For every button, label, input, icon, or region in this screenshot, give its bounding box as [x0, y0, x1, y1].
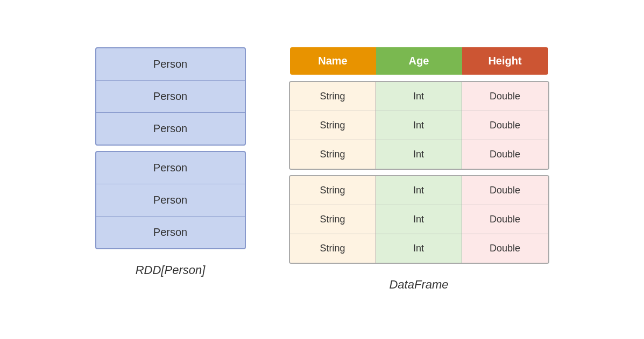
- df-cell-age: Int: [376, 140, 462, 169]
- df-row: String Int Double: [290, 205, 548, 234]
- df-partition-2: String Int Double String Int Double Stri…: [289, 175, 549, 264]
- rdd-row: Person: [96, 184, 245, 217]
- header-name: Name: [290, 47, 376, 75]
- df-cell-height: Double: [462, 111, 548, 140]
- df-row: String Int Double: [290, 82, 548, 111]
- rdd-row: Person: [96, 113, 245, 145]
- df-cell-name: String: [290, 82, 376, 111]
- df-partitions: String Int Double String Int Double Stri…: [289, 81, 549, 264]
- df-cell-age: Int: [376, 205, 462, 234]
- df-cell-age: Int: [376, 176, 462, 205]
- df-row: String Int Double: [290, 140, 548, 169]
- rdd-row: Person: [96, 217, 245, 248]
- df-cell-height: Double: [462, 205, 548, 234]
- main-container: Person Person Person Person Person Perso…: [0, 37, 644, 302]
- df-cell-age: Int: [376, 111, 462, 140]
- df-cell-name: String: [290, 111, 376, 140]
- df-partition-1: String Int Double String Int Double Stri…: [289, 81, 549, 170]
- rdd-row: Person: [96, 152, 245, 184]
- df-row: String Int Double: [290, 234, 548, 263]
- rdd-label: RDD[Person]: [136, 263, 206, 277]
- header-height: Height: [462, 47, 548, 75]
- df-cell-name: String: [290, 234, 376, 263]
- dataframe-section: Name Age Height String Int Double String…: [289, 47, 549, 292]
- rdd-partition-1: Person Person Person: [95, 47, 246, 146]
- df-cell-age: Int: [376, 234, 462, 263]
- rdd-row: Person: [96, 48, 245, 81]
- header-age: Age: [376, 47, 462, 75]
- df-cell-age: Int: [376, 82, 462, 111]
- df-row: String Int Double: [290, 176, 548, 205]
- df-cell-height: Double: [462, 140, 548, 169]
- df-cell-name: String: [290, 176, 376, 205]
- rdd-partitions: Person Person Person Person Person Perso…: [95, 47, 246, 249]
- rdd-section: Person Person Person Person Person Perso…: [95, 47, 246, 277]
- df-header: Name Age Height: [290, 47, 548, 75]
- rdd-row: Person: [96, 81, 245, 113]
- df-row: String Int Double: [290, 111, 548, 140]
- df-cell-height: Double: [462, 234, 548, 263]
- rdd-partition-2: Person Person Person: [95, 151, 246, 249]
- dataframe-label: DataFrame: [389, 278, 448, 292]
- df-cell-height: Double: [462, 176, 548, 205]
- df-cell-name: String: [290, 205, 376, 234]
- df-cell-name: String: [290, 140, 376, 169]
- df-cell-height: Double: [462, 82, 548, 111]
